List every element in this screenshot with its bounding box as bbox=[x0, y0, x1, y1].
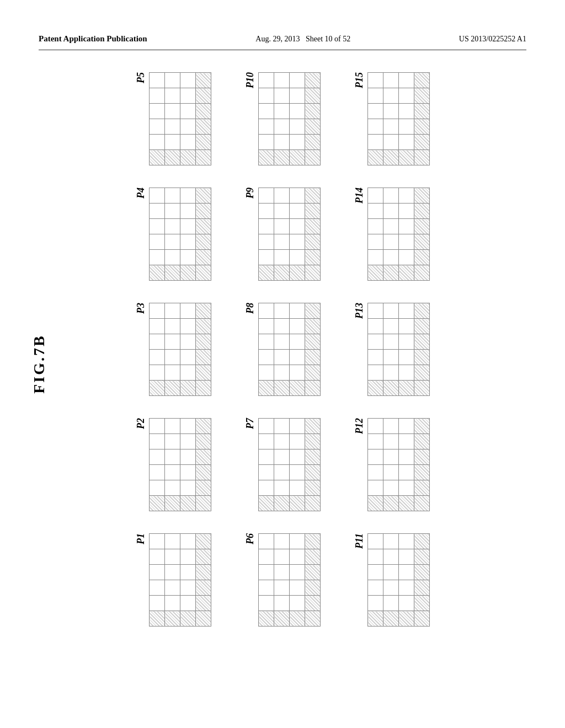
grid-cell bbox=[305, 135, 321, 150]
grid-cell bbox=[180, 250, 196, 265]
header-left-label: Patent Application Publication bbox=[39, 33, 147, 45]
grid-cell bbox=[259, 73, 274, 88]
grid-cell bbox=[383, 580, 399, 596]
grid-cell bbox=[399, 319, 414, 334]
grid-cell bbox=[165, 365, 180, 381]
grid-cell bbox=[290, 265, 305, 281]
grid-cell bbox=[290, 219, 305, 234]
grid-cell bbox=[368, 73, 383, 88]
grid-cell bbox=[196, 73, 211, 88]
grid-cell bbox=[165, 419, 180, 434]
grid-cell bbox=[290, 334, 305, 350]
grid-cell bbox=[165, 449, 180, 465]
grid-cell bbox=[368, 480, 383, 496]
grid-cell bbox=[196, 565, 211, 580]
grid-row-4: P1P6P11 bbox=[135, 533, 430, 627]
grid-cell bbox=[196, 334, 211, 350]
grid-cell bbox=[165, 549, 180, 565]
grid-cell bbox=[399, 449, 414, 465]
grid-table-P10 bbox=[258, 72, 321, 165]
grid-cell bbox=[196, 549, 211, 565]
grid-cell bbox=[368, 265, 383, 281]
grid-cell bbox=[259, 419, 274, 434]
grid-cell bbox=[399, 303, 414, 319]
grid-label-P14: P14 bbox=[354, 188, 365, 204]
grid-cell bbox=[150, 480, 165, 496]
grid-cell bbox=[180, 534, 196, 549]
grid-cell bbox=[368, 596, 383, 611]
grid-cell bbox=[259, 119, 274, 135]
grid-cell bbox=[180, 496, 196, 511]
grid-cell bbox=[165, 496, 180, 511]
grid-cell bbox=[196, 350, 211, 365]
grid-cell bbox=[180, 565, 196, 580]
grid-cell bbox=[290, 449, 305, 465]
grid-cell bbox=[368, 135, 383, 150]
grid-cell bbox=[259, 611, 274, 627]
grid-cell bbox=[290, 135, 305, 150]
grid-cell bbox=[165, 334, 180, 350]
figure-label: FIG.7B bbox=[30, 334, 48, 393]
grid-cell bbox=[290, 250, 305, 265]
grid-cell bbox=[165, 188, 180, 204]
grid-cell bbox=[290, 611, 305, 627]
grid-cell bbox=[196, 434, 211, 449]
header-center: Aug. 29, 2013 Sheet 10 of 52 bbox=[255, 33, 350, 45]
grid-cell bbox=[150, 419, 165, 434]
grid-cell bbox=[180, 611, 196, 627]
grid-cell bbox=[196, 204, 211, 219]
grid-label-P7: P7 bbox=[244, 418, 256, 429]
grid-cell bbox=[150, 234, 165, 250]
grid-cell bbox=[259, 381, 274, 396]
grid-cell bbox=[165, 350, 180, 365]
grid-cell bbox=[383, 250, 399, 265]
grid-cell bbox=[368, 611, 383, 627]
grid-cell bbox=[180, 135, 196, 150]
grid-cell bbox=[399, 419, 414, 434]
grid-cell bbox=[383, 434, 399, 449]
grid-cell bbox=[180, 204, 196, 219]
grid-cell bbox=[399, 104, 414, 119]
grid-cell bbox=[274, 565, 290, 580]
grid-cell bbox=[383, 234, 399, 250]
grid-cell bbox=[180, 234, 196, 250]
grid-cell bbox=[150, 265, 165, 281]
grid-cell bbox=[165, 104, 180, 119]
grid-unit-P3: P3 bbox=[135, 303, 211, 396]
grid-cell bbox=[150, 250, 165, 265]
grid-label-P11: P11 bbox=[354, 533, 365, 549]
grid-cell bbox=[414, 434, 430, 449]
grid-table-P12 bbox=[367, 418, 430, 511]
grid-cell bbox=[383, 596, 399, 611]
grid-cell bbox=[414, 119, 430, 135]
grid-cell bbox=[150, 496, 165, 511]
grid-cell bbox=[274, 480, 290, 496]
grid-cell bbox=[259, 350, 274, 365]
grid-cell bbox=[274, 73, 290, 88]
header-sheet: Sheet 10 of 52 bbox=[306, 35, 350, 43]
grid-cell bbox=[383, 534, 399, 549]
grid-cell bbox=[274, 465, 290, 480]
grid-cell bbox=[196, 496, 211, 511]
grid-cell bbox=[274, 150, 290, 165]
grid-cell bbox=[414, 534, 430, 549]
grid-cell bbox=[290, 365, 305, 381]
header-date: Aug. 29, 2013 bbox=[255, 35, 300, 43]
grid-cell bbox=[383, 465, 399, 480]
grid-cell bbox=[383, 449, 399, 465]
grid-cell bbox=[150, 611, 165, 627]
grid-cell bbox=[290, 534, 305, 549]
grid-cell bbox=[414, 480, 430, 496]
grid-label-P6: P6 bbox=[244, 533, 256, 544]
grid-unit-P13: P13 bbox=[354, 303, 430, 396]
grid-cell bbox=[305, 303, 321, 319]
grid-cell bbox=[305, 496, 321, 511]
grid-cell bbox=[399, 150, 414, 165]
grid-cell bbox=[414, 88, 430, 104]
grid-cell bbox=[180, 419, 196, 434]
grid-cell bbox=[150, 534, 165, 549]
grid-cell bbox=[414, 73, 430, 88]
grid-cell bbox=[180, 449, 196, 465]
grid-cell bbox=[259, 496, 274, 511]
grid-cell bbox=[290, 465, 305, 480]
